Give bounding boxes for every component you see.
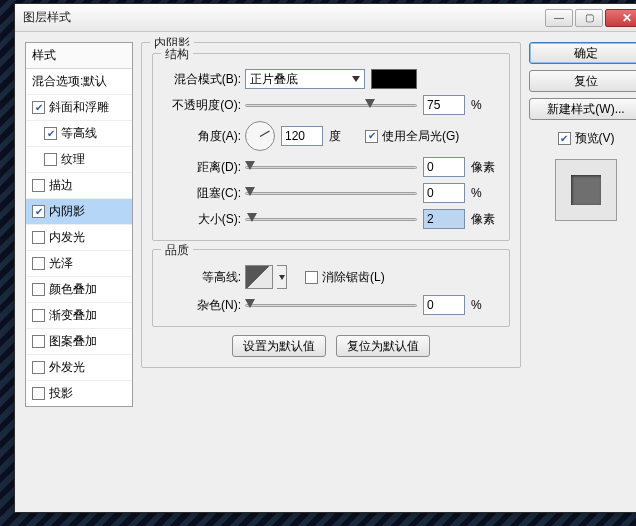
angle-label: 角度(A):: [163, 128, 241, 145]
blend-mode-select[interactable]: 正片叠底: [245, 69, 365, 89]
size-slider[interactable]: [245, 216, 417, 222]
cancel-button[interactable]: 复位: [529, 70, 636, 92]
contour-label: 等高线:: [163, 269, 241, 286]
minimize-button[interactable]: —: [545, 9, 573, 27]
size-label: 大小(S):: [163, 211, 241, 228]
blend-mode-label: 混合模式(B):: [163, 71, 241, 88]
sidebar-item-label: 投影: [49, 385, 73, 402]
checkbox-icon[interactable]: [32, 387, 45, 400]
sidebar-item[interactable]: 外发光: [26, 355, 132, 381]
sidebar-item-label: 内发光: [49, 229, 85, 246]
blend-options-row[interactable]: 混合选项:默认: [26, 69, 132, 95]
structure-legend: 结构: [161, 46, 193, 63]
quality-legend: 品质: [161, 242, 193, 259]
sidebar-item-label: 外发光: [49, 359, 85, 376]
sidebar-item-label: 斜面和浮雕: [49, 99, 109, 116]
opacity-slider[interactable]: [245, 102, 417, 108]
opacity-unit: %: [471, 98, 499, 112]
blend-options-label: 混合选项:默认: [32, 73, 107, 90]
size-unit: 像素: [471, 211, 499, 228]
noise-input[interactable]: 0: [423, 295, 465, 315]
sidebar-item-label: 图案叠加: [49, 333, 97, 350]
reset-default-button[interactable]: 复位为默认值: [336, 335, 430, 357]
sidebar-item[interactable]: 内发光: [26, 225, 132, 251]
blend-mode-value: 正片叠底: [250, 71, 298, 88]
sidebar-item-label: 颜色叠加: [49, 281, 97, 298]
preview-swatch: [571, 175, 601, 205]
choke-input[interactable]: 0: [423, 183, 465, 203]
checkbox-icon[interactable]: [32, 361, 45, 374]
dialog-buttons: 确定 复位 新建样式(W)... ✔ 预览(V): [529, 42, 636, 502]
chevron-down-icon: [352, 76, 360, 82]
sidebar-item-label: 纹理: [61, 151, 85, 168]
choke-slider[interactable]: [245, 190, 417, 196]
noise-label: 杂色(N):: [163, 297, 241, 314]
sidebar-item[interactable]: ✔斜面和浮雕: [26, 95, 132, 121]
contour-dropdown[interactable]: [277, 265, 287, 289]
contour-picker[interactable]: [245, 265, 273, 289]
global-light-checkbox[interactable]: ✔ 使用全局光(G): [365, 128, 459, 145]
sidebar-item[interactable]: 渐变叠加: [26, 303, 132, 329]
choke-unit: %: [471, 186, 499, 200]
close-button[interactable]: ✕: [605, 9, 636, 27]
distance-slider[interactable]: [245, 164, 417, 170]
checkbox-icon[interactable]: [44, 153, 57, 166]
sidebar-item-label: 光泽: [49, 255, 73, 272]
sidebar-item[interactable]: 光泽: [26, 251, 132, 277]
preview-label: 预览(V): [575, 130, 615, 147]
distance-label: 距离(D):: [163, 159, 241, 176]
checkbox-icon[interactable]: [32, 309, 45, 322]
choke-label: 阻塞(C):: [163, 185, 241, 202]
checkbox-icon[interactable]: [32, 257, 45, 270]
ok-button[interactable]: 确定: [529, 42, 636, 64]
styles-header[interactable]: 样式: [26, 43, 132, 69]
checkbox-icon[interactable]: [32, 335, 45, 348]
checkbox-icon[interactable]: ✔: [32, 205, 45, 218]
chevron-down-icon: [279, 275, 285, 280]
shadow-color-swatch[interactable]: [371, 69, 417, 89]
sidebar-item-label: 内阴影: [49, 203, 85, 220]
sidebar-item[interactable]: ✔等高线: [26, 121, 132, 147]
sidebar-item-label: 渐变叠加: [49, 307, 97, 324]
make-default-button[interactable]: 设置为默认值: [232, 335, 326, 357]
sidebar-item[interactable]: 图案叠加: [26, 329, 132, 355]
global-light-label: 使用全局光(G): [382, 128, 459, 145]
noise-unit: %: [471, 298, 499, 312]
opacity-label: 不透明度(O):: [163, 97, 241, 114]
new-style-button[interactable]: 新建样式(W)...: [529, 98, 636, 120]
antialias-label: 消除锯齿(L): [322, 269, 385, 286]
layer-style-dialog: 图层样式 — ▢ ✕ 样式 混合选项:默认 ✔斜面和浮雕✔等高线纹理描边✔内阴影…: [14, 3, 636, 513]
checkbox-icon[interactable]: ✔: [44, 127, 57, 140]
sidebar-item-label: 描边: [49, 177, 73, 194]
titlebar[interactable]: 图层样式 — ▢ ✕: [15, 4, 636, 32]
sidebar-item[interactable]: 颜色叠加: [26, 277, 132, 303]
checkbox-icon[interactable]: [32, 283, 45, 296]
distance-input[interactable]: 0: [423, 157, 465, 177]
sidebar-item[interactable]: 投影: [26, 381, 132, 406]
sidebar-item[interactable]: ✔内阴影: [26, 199, 132, 225]
opacity-input[interactable]: 75: [423, 95, 465, 115]
antialias-checkbox[interactable]: 消除锯齿(L): [305, 269, 385, 286]
sidebar-item-label: 等高线: [61, 125, 97, 142]
preview-checkbox[interactable]: ✔ 预览(V): [529, 130, 636, 147]
checkbox-icon[interactable]: [32, 231, 45, 244]
angle-dial[interactable]: [245, 121, 275, 151]
window-title: 图层样式: [23, 9, 543, 26]
preview-box: [555, 159, 617, 221]
distance-unit: 像素: [471, 159, 499, 176]
sidebar-item[interactable]: 纹理: [26, 147, 132, 173]
noise-slider[interactable]: [245, 302, 417, 308]
settings-panel: 内阴影 结构 混合模式(B): 正片叠底: [141, 42, 521, 502]
angle-unit: 度: [329, 128, 357, 145]
sidebar-item[interactable]: 描边: [26, 173, 132, 199]
size-input[interactable]: 2: [423, 209, 465, 229]
angle-input[interactable]: 120: [281, 126, 323, 146]
checkbox-icon[interactable]: ✔: [32, 101, 45, 114]
checkbox-icon[interactable]: [32, 179, 45, 192]
maximize-button[interactable]: ▢: [575, 9, 603, 27]
effects-sidebar: 样式 混合选项:默认 ✔斜面和浮雕✔等高线纹理描边✔内阴影内发光光泽颜色叠加渐变…: [25, 42, 133, 502]
